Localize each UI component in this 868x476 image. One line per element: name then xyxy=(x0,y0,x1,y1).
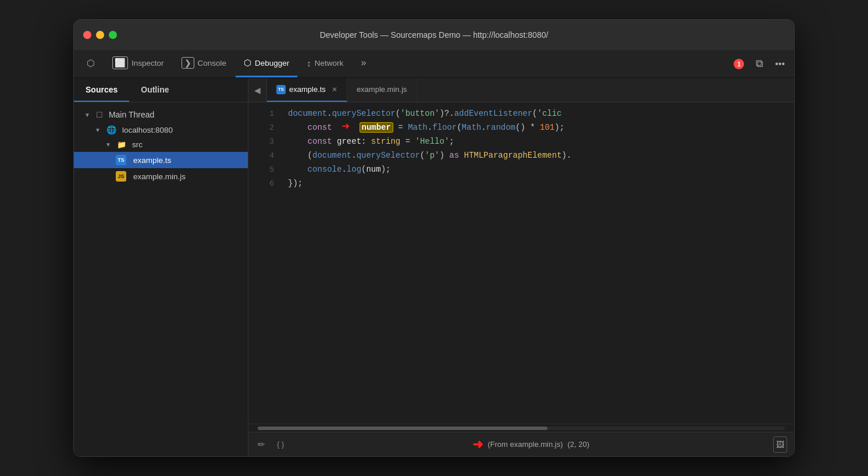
traffic-lights xyxy=(83,31,117,39)
network-tab-label: Network xyxy=(315,59,344,68)
scrollbar-thumb[interactable] xyxy=(258,427,547,430)
pencil-icon: ✏ xyxy=(258,439,265,449)
collapse-sidebar-button[interactable]: ◀ xyxy=(248,78,267,102)
main-thread-label: Main Thread xyxy=(109,110,154,119)
window-title: Developer Tools — Sourcemaps Demo — http… xyxy=(320,30,549,40)
responsive-icon: ⧉ xyxy=(756,58,763,70)
status-coords: (2, 20) xyxy=(568,440,590,449)
globe-icon: 🌐 xyxy=(106,125,116,134)
status-right: 🖼 xyxy=(773,436,787,453)
ts-icon: TS xyxy=(116,155,126,165)
status-red-arrow-icon: ➜ xyxy=(472,437,483,452)
chevron-down-icon: ▼ xyxy=(84,112,90,118)
tab-console[interactable]: ❯ Console xyxy=(173,50,235,77)
editor-tab-ts[interactable]: TS example.ts ✕ xyxy=(267,78,347,102)
tab-network[interactable]: ↕ Network xyxy=(298,50,351,77)
main-tab-bar: ⬡ ⬜ Inspector ❯ Console ⬡ Debugger ↕ Net… xyxy=(74,50,794,78)
network-tab-icon: ↕ xyxy=(307,58,311,68)
code-editor[interactable]: 1 document.querySelector('button')?.addE… xyxy=(248,102,794,424)
scrollbar-track[interactable] xyxy=(258,427,785,430)
tab-cursor[interactable]: ⬡ xyxy=(79,50,103,77)
devtools-window: Developer Tools — Sourcemaps Demo — http… xyxy=(73,19,795,457)
debugger-tab-label: Debugger xyxy=(255,59,289,68)
tab-inspector[interactable]: ⬜ Inspector xyxy=(104,50,172,77)
tree-file-ts[interactable]: TS example.ts xyxy=(74,152,248,168)
code-line-2: 2 const ➜ number = Math.floor(Math.rando… xyxy=(248,121,794,135)
tree-main-thread[interactable]: ▼ ☐ Main Thread xyxy=(74,107,248,122)
tree-file-js[interactable]: JS example.min.js xyxy=(74,168,248,184)
status-bar: ✏ { } ➜ (From example.min.js) (2, 20) 🖼 xyxy=(248,432,794,456)
sidebar-tab-sources[interactable]: Sources xyxy=(74,78,129,102)
sources-tab-label: Sources xyxy=(86,85,118,94)
cursor-icon: ⬡ xyxy=(87,58,95,69)
code-line-5: 5 console.log(num); xyxy=(248,163,794,177)
outline-tab-label: Outline xyxy=(141,85,169,94)
main-content: Sources Outline ▼ ☐ Main Thread ▼ xyxy=(74,78,794,456)
format-icon-button[interactable]: ✏ xyxy=(255,437,268,452)
code-line-4: 4 (document.querySelector('p') as HTMLPa… xyxy=(248,149,794,163)
error-count: 1 xyxy=(734,59,744,69)
js-icon: JS xyxy=(116,171,126,182)
tab-more[interactable]: » xyxy=(353,50,374,77)
sidebar-tree: ▼ ☐ Main Thread ▼ 🌐 localhost:8080 ▼ 📁 s xyxy=(74,102,248,456)
folder-icon: ☐ xyxy=(96,111,103,119)
status-source-text: (From example.min.js) xyxy=(488,440,563,449)
code-line-1: 1 document.querySelector('button')?.addE… xyxy=(248,107,794,121)
folder-icon-src: 📁 xyxy=(117,140,126,149)
inspector-tab-label: Inspector xyxy=(131,59,164,68)
editor-area: ◀ TS example.ts ✕ example.min.js 1 docum… xyxy=(248,78,794,456)
localhost-label: localhost:8080 xyxy=(122,126,173,134)
title-bar: Developer Tools — Sourcemaps Demo — http… xyxy=(74,20,794,50)
ellipsis-icon: ••• xyxy=(775,59,785,69)
sidebar-tab-outline[interactable]: Outline xyxy=(129,78,180,102)
settings-button[interactable]: ••• xyxy=(770,56,789,72)
tab-debugger[interactable]: ⬡ Debugger xyxy=(236,50,297,77)
close-tab-icon[interactable]: ✕ xyxy=(332,86,337,94)
maximize-button[interactable] xyxy=(109,31,117,39)
ts-tab-icon: TS xyxy=(276,85,286,94)
chevron-down-icon-3: ▼ xyxy=(105,141,111,148)
editor-tab-ts-label: example.ts xyxy=(289,85,326,94)
tree-localhost[interactable]: ▼ 🌐 localhost:8080 xyxy=(74,122,248,137)
image-map-button[interactable]: 🖼 xyxy=(773,436,787,453)
tab-bar-right: 1 ⧉ ••• xyxy=(729,50,789,77)
sidebar-tabs: Sources Outline xyxy=(74,78,248,102)
file-js-label: example.min.js xyxy=(133,172,186,181)
editor-tabs: ◀ TS example.ts ✕ example.min.js xyxy=(248,78,794,102)
debugger-tab-icon: ⬡ xyxy=(244,58,251,68)
tree-src[interactable]: ▼ 📁 src xyxy=(74,137,248,152)
editor-tab-js[interactable]: example.min.js xyxy=(347,78,417,102)
console-tab-icon: ❯ xyxy=(182,57,194,69)
code-line-3: 3 const greet: string = 'Hello'; xyxy=(248,135,794,149)
console-tab-label: Console xyxy=(198,59,227,68)
responsive-design-button[interactable]: ⧉ xyxy=(751,55,768,72)
chevron-down-icon-2: ▼ xyxy=(95,127,101,133)
sidebar: Sources Outline ▼ ☐ Main Thread ▼ xyxy=(74,78,248,456)
file-ts-label: example.ts xyxy=(133,156,171,165)
editor-tab-js-label: example.min.js xyxy=(357,85,407,94)
collapse-icon: ◀ xyxy=(254,86,261,95)
horizontal-scrollbar[interactable] xyxy=(248,424,794,432)
code-line-6: 6 }); xyxy=(248,177,794,191)
format-button[interactable]: { } xyxy=(277,440,284,449)
close-button[interactable] xyxy=(83,31,91,39)
minimize-button[interactable] xyxy=(96,31,104,39)
src-label: src xyxy=(132,140,143,149)
image-icon: 🖼 xyxy=(776,440,784,449)
more-icon: » xyxy=(361,58,366,68)
inspector-tab-icon: ⬜ xyxy=(112,56,128,69)
error-badge[interactable]: 1 xyxy=(729,56,749,72)
